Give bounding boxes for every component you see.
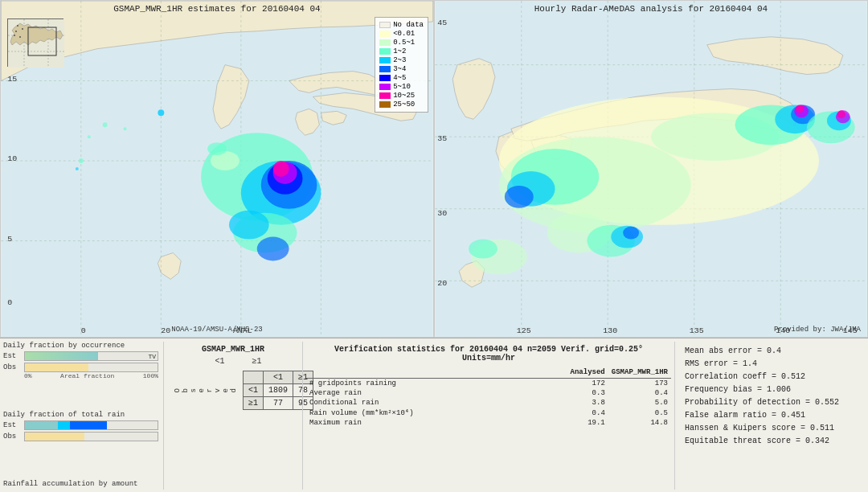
obs-bar-occurrence (24, 363, 158, 372)
left-map-credit: NOAA-19/AMSU-A/MHS-23 (171, 326, 262, 334)
est-bar-occurrence: TV (24, 351, 158, 361)
verif-panel: Verification statistics for 20160404 04 … (302, 342, 675, 490)
bottom-row: Daily fraction by occurrence Est TV Obs (0, 338, 868, 492)
right-stats-panel: Mean abs error = 0.4 RMS error = 1.4 Cor… (680, 342, 865, 490)
verif-gsmap-3: 0.5 (608, 408, 671, 418)
occurrence-chart: Daily fraction by occurrence Est TV Obs (3, 342, 158, 408)
right-map-panel: Hourly Radar-AMeDAS analysis for 2016040… (434, 0, 868, 338)
cont-row-header-lt1: <1 (244, 384, 264, 397)
main-container: GSMAP_MWR_1HR estimates for 20160404 04 (0, 0, 868, 492)
svg-point-42 (103, 122, 108, 127)
svg-point-39 (79, 158, 84, 163)
maps-row: GSMAP_MWR_1HR estimates for 20160404 04 (0, 0, 868, 338)
svg-text:20: 20 (161, 326, 170, 335)
verif-gsmap-1: 0.4 (608, 388, 671, 398)
contingency-panel: GSMAP_MWR_1HR <1 ≥1 Observed <1 (169, 342, 297, 490)
svg-point-9 (14, 35, 15, 36)
stat-mean-abs: Mean abs error = 0.4 (685, 345, 860, 358)
left-map-panel: GSMAP_MWR_1HR estimates for 20160404 04 (0, 0, 434, 338)
cont-empty-cell (244, 371, 264, 384)
svg-text:20: 20 (437, 279, 447, 288)
verif-analysed-3: 0.4 (567, 408, 608, 418)
inset-map (7, 18, 63, 67)
svg-point-82 (469, 240, 497, 259)
verif-row-3: Rain volume (mm*km²×10⁴) 0.4 0.5 (306, 408, 671, 418)
svg-point-35 (257, 237, 289, 261)
left-map-title: GSMAP_MWR_1HR estimates for 20160404 04 (113, 4, 320, 14)
svg-point-32 (273, 161, 289, 177)
svg-point-7 (22, 28, 23, 30)
cont-col-header: <1 ≥1 (182, 357, 294, 366)
stat-ets: Equitable threat score = 0.342 (685, 435, 860, 448)
est-label-1: Est (3, 352, 21, 360)
verif-gsmap-2: 5.0 (608, 398, 671, 408)
right-map-title: Hourly Radar-AMeDAS analysis for 2016040… (534, 4, 768, 14)
svg-point-72 (796, 105, 804, 113)
verif-row-4: Maximum rain 19.1 14.8 (306, 418, 671, 428)
svg-text:135: 135 (690, 326, 704, 335)
obs-label-1: Obs (3, 363, 21, 371)
stat-pod: Probability of detection = 0.552 (685, 396, 860, 409)
verif-label-4: Maximum rain (306, 418, 567, 428)
est-label-2: Est (3, 421, 21, 429)
left-legend: No data <0.01 0.5~1 1~2 2~3 3~4 4~5 5~10… (375, 17, 428, 113)
verif-row-0: # gridpoints raining 172 173 (306, 379, 671, 389)
verif-analysed-2: 3.8 (567, 398, 608, 408)
svg-point-34 (229, 211, 269, 240)
verif-col2: GSMAP_MWR_1HR (608, 367, 671, 379)
axis-0pct: 0% (24, 372, 32, 379)
stat-far: False alarm ratio = 0.451 (685, 409, 860, 422)
svg-text:125: 125 (517, 326, 531, 335)
verif-analysed-0: 172 (567, 379, 608, 389)
svg-point-8 (15, 31, 17, 32)
axis-100pct: 100% (143, 372, 158, 379)
verif-analysed-1: 0.3 (567, 388, 608, 398)
rainfall-acc-title: Rainfall accumulation by amount (3, 480, 158, 488)
verif-col0 (306, 367, 567, 379)
cont-col-lt1: <1 (264, 371, 293, 384)
est-bar-rain (24, 420, 158, 430)
svg-point-10 (19, 36, 21, 38)
svg-point-66 (505, 186, 534, 208)
verif-gsmap-4: 14.8 (608, 418, 671, 428)
svg-text:5: 5 (7, 235, 12, 244)
obs-vertical-label: Observed (172, 387, 240, 394)
svg-text:0: 0 (7, 298, 12, 307)
verif-label-3: Rain volume (mm*km²×10⁴) (306, 408, 567, 418)
svg-text:0: 0 (81, 326, 86, 335)
svg-point-76 (837, 110, 845, 118)
verif-analysed-4: 19.1 (567, 418, 608, 428)
svg-text:10: 10 (7, 154, 17, 163)
col-ge1: ≥1 (252, 357, 262, 366)
svg-text:15: 15 (7, 75, 17, 84)
verif-label-1: Average rain (306, 388, 567, 398)
cont-cell-lt1-lt1: 1809 (264, 384, 293, 397)
svg-point-38 (158, 109, 164, 116)
verif-gsmap-0: 173 (608, 379, 671, 389)
svg-text:30: 30 (437, 209, 447, 218)
stat-hk: Hanssen & Kuipers score = 0.511 (685, 422, 860, 435)
col-lt1: <1 (215, 357, 224, 366)
left-map-svg: 20 15 10 5 0 0 20 ANAL (1, 1, 433, 337)
verif-label-0: # gridpoints raining (306, 379, 567, 389)
svg-text:45: 45 (437, 18, 447, 27)
contingency-title: GSMAP_MWR_1HR (172, 345, 294, 354)
stat-freq-bias: Frequency bias = 1.006 (685, 383, 860, 396)
verif-title: Verification statistics for 20160404 04 … (306, 345, 671, 363)
verif-row-1: Average rain 0.3 0.4 (306, 388, 671, 398)
svg-point-43 (124, 127, 127, 130)
rain-chart-title: Daily fraction of total rain (3, 411, 158, 419)
svg-text:35: 35 (437, 134, 447, 143)
svg-text:130: 130 (603, 326, 617, 335)
rain-chart: Daily fraction of total rain Est Obs (3, 411, 158, 477)
svg-point-40 (76, 167, 79, 170)
svg-point-41 (88, 135, 91, 138)
obs-label-2: Obs (3, 433, 21, 441)
verif-table: Analysed GSMAP_MWR_1HR # gridpoints rain… (306, 367, 671, 428)
occurrence-chart-title: Daily fraction by occurrence (3, 342, 158, 350)
verif-label-2: Conditional rain (306, 398, 567, 408)
charts-panel: Daily fraction by occurrence Est TV Obs (3, 342, 164, 490)
cont-cell-ge1-lt1: 77 (264, 397, 293, 410)
svg-point-37 (207, 142, 227, 155)
right-map-credit: Provided by: JWA/JMA (774, 326, 861, 334)
